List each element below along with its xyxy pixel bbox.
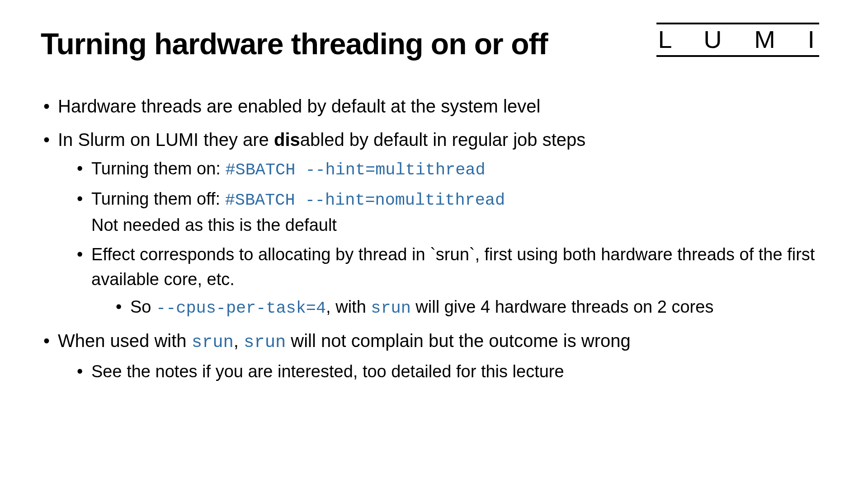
- list-item: In Slurm on LUMI they are disabled by de…: [41, 127, 827, 321]
- code-text: #SBATCH --hint=nomultithread: [225, 191, 505, 210]
- list-item: See the notes if you are interested, too…: [74, 359, 827, 384]
- body-text: See the notes if you are interested, too…: [91, 362, 564, 381]
- body-text: will not complain but the outcome is wro…: [286, 331, 631, 351]
- sub-list: Turning them on: #SBATCH --hint=multithr…: [58, 156, 827, 321]
- body-text: Hardware threads are enabled by default …: [58, 96, 540, 116]
- list-item: Turning them off: #SBATCH --hint=nomulti…: [74, 187, 827, 238]
- body-text: abled by default in regular job steps: [300, 130, 586, 150]
- sub-list: See the notes if you are interested, too…: [58, 359, 827, 384]
- body-text: So: [130, 297, 156, 316]
- body-text: ,: [234, 331, 244, 351]
- list-item: So --cpus-per-task=4, with srun will giv…: [113, 295, 827, 320]
- list-item: When used with srun, srun will not compl…: [41, 328, 827, 384]
- code-text: --cpus-per-task=4: [156, 299, 326, 318]
- logo-line-bottom: [656, 55, 819, 57]
- code-text: srun: [192, 333, 234, 352]
- body-text: Not needed as this is the default: [91, 216, 337, 235]
- body-text: When used with: [58, 331, 192, 351]
- list-item: Effect corresponds to allocating by thre…: [74, 242, 827, 321]
- code-text: srun: [371, 299, 410, 318]
- logo-line-top: [656, 23, 819, 24]
- body-text: Effect corresponds to allocating by thre…: [91, 245, 815, 289]
- lumi-logo: L U M I: [656, 23, 827, 57]
- body-text: Turning them off:: [91, 189, 225, 208]
- body-text: , with: [326, 297, 371, 316]
- sub-sub-list: So --cpus-per-task=4, with srun will giv…: [91, 295, 827, 320]
- list-item: Hardware threads are enabled by default …: [41, 93, 827, 119]
- list-item: Turning them on: #SBATCH --hint=multithr…: [74, 156, 827, 182]
- slide: L U M I Turning hardware threading on or…: [0, 0, 868, 488]
- logo-text: L U M I: [656, 28, 827, 52]
- body-text-bold: dis: [274, 130, 300, 150]
- code-text: #SBATCH --hint=multithread: [225, 160, 485, 179]
- body-text: In Slurm on LUMI they are: [58, 130, 274, 150]
- body-text: will give 4 hardware threads on 2 cores: [411, 297, 714, 316]
- body-text: Turning them on:: [91, 159, 225, 178]
- bullet-list: Hardware threads are enabled by default …: [41, 93, 827, 384]
- code-text: srun: [244, 333, 286, 352]
